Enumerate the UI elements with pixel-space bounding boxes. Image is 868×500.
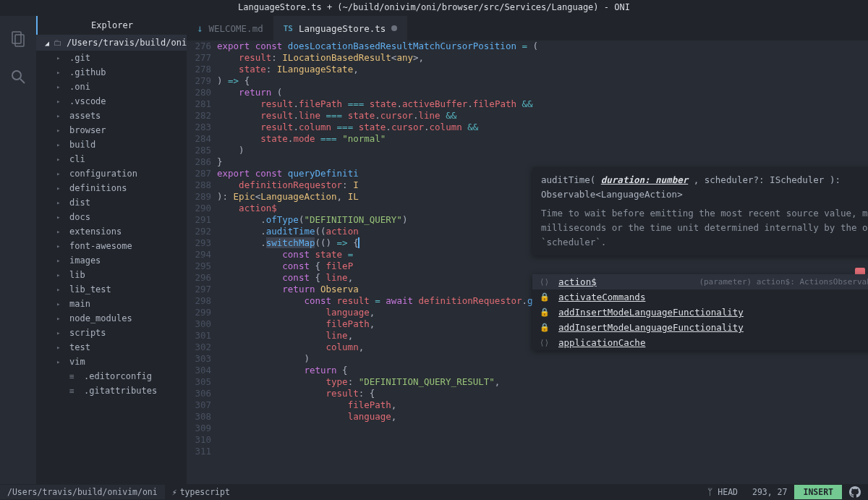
suggest-item[interactable]: 🔒activateCommands <box>532 289 868 305</box>
folder-icon: 🗀 <box>54 38 62 48</box>
chevron-right-icon: ▸ <box>56 315 62 322</box>
tree-item-definitions[interactable]: ▸definitions <box>36 181 187 195</box>
tree-item-vim[interactable]: ▸vim <box>36 355 187 369</box>
chevron-right-icon: ▸ <box>56 199 62 206</box>
status-cwd[interactable]: /Users/travis/build/onivim/oni <box>0 485 165 499</box>
chevron-right-icon: ▸ <box>56 300 62 308</box>
suggest-item[interactable]: ⟨⟩applicationCache <box>532 335 868 350</box>
tree-item-configuration[interactable]: ▸configuration <box>36 166 187 181</box>
suggest-kind-icon: 🔒 <box>540 308 550 317</box>
code-line: language, <box>217 411 868 423</box>
tree-item-lib[interactable]: ▸lib <box>36 268 187 282</box>
suggest-item[interactable]: 🔒addInsertModeLanguageFunctionality <box>532 320 868 335</box>
status-filetype[interactable]: ⚡typescript <box>165 487 237 497</box>
tree-item-label: test <box>69 342 90 352</box>
tree-item-label: assets <box>69 111 101 121</box>
chevron-right-icon: ▸ <box>56 358 62 365</box>
tree-item--git[interactable]: ▸.git <box>36 51 187 65</box>
tree-item-font-awesome[interactable]: ▸font-awesome <box>36 239 187 253</box>
chevron-right-icon: ▸ <box>56 344 62 351</box>
suggest-kind-icon: ⟨⟩ <box>540 338 550 347</box>
chevron-right-icon: ▸ <box>56 185 62 192</box>
suggest-kind-icon: 🔒 <box>540 323 550 332</box>
tree-item--gitattributes[interactable]: ▸≡.gitattributes <box>36 384 187 398</box>
text-cursor <box>358 237 359 248</box>
tree-item-scripts[interactable]: ▸scripts <box>36 326 187 340</box>
tree-item-label: scripts <box>69 328 106 338</box>
tree-item--github[interactable]: ▸.github <box>36 65 187 80</box>
svg-line-3 <box>20 79 25 83</box>
suggest-detail: (parameter) action$: ActionsObservable<L… <box>699 277 868 287</box>
tree-item-label: extensions <box>69 226 122 237</box>
typescript-icon: TS <box>284 24 293 33</box>
github-icon[interactable] <box>842 486 868 498</box>
tree-item--oni[interactable]: ▸.oni <box>36 80 187 94</box>
tree-item-label: browser <box>69 125 106 135</box>
tree-item-label: definitions <box>69 183 127 193</box>
code-line: result: { <box>217 388 868 399</box>
suggest-item[interactable]: 🔒addInsertModeLanguageFunctionality <box>532 305 868 320</box>
search-icon[interactable] <box>9 68 27 85</box>
file-icon: ≡ <box>69 386 80 396</box>
tab-LanguageStore-ts[interactable]: TSLanguageStore.ts <box>273 16 408 41</box>
chevron-down-icon: ◢ <box>45 39 49 47</box>
suggest-kind-icon: ⟨⟩ <box>540 277 550 287</box>
status-branch[interactable]: ᛘ HEAD <box>700 487 745 497</box>
chevron-right-icon: ▸ <box>56 228 62 235</box>
code-line: export const doesLocationBasedResultMatc… <box>217 41 868 52</box>
suggest-label: addInsertModeLanguageFunctionality <box>558 307 744 318</box>
editor-tabs: ↓WELCOME.mdTSLanguageStore.ts <box>187 16 868 41</box>
suggest-label: addInsertModeLanguageFunctionality <box>558 322 744 333</box>
code-line: return { <box>217 365 868 376</box>
chevron-right-icon: ▸ <box>56 156 62 163</box>
tree-item-label: .oni <box>69 82 90 92</box>
tab-WELCOME-md[interactable]: ↓WELCOME.md <box>187 16 273 41</box>
chevron-right-icon: ▸ <box>56 112 62 119</box>
tree-root[interactable]: ◢ 🗀 /Users/travis/build/onivi... <box>36 35 187 51</box>
svg-point-2 <box>12 71 21 80</box>
suggest-widget[interactable]: ⟨⟩action$(parameter) action$: ActionsObs… <box>532 274 868 350</box>
code-line: state.mode === "normal" <box>217 133 868 145</box>
tree-item-docs[interactable]: ▸docs <box>36 210 187 224</box>
tree-item-label: .editorconfig <box>84 371 152 381</box>
tree-item-node_modules[interactable]: ▸node_modules <box>36 311 187 326</box>
suggest-item[interactable]: ⟨⟩action$(parameter) action$: ActionsObs… <box>532 274 868 289</box>
tree-item-cli[interactable]: ▸cli <box>36 152 187 166</box>
tree-item-test[interactable]: ▸test <box>36 340 187 355</box>
bolt-icon: ⚡ <box>172 487 177 497</box>
status-position[interactable]: 293, 27 <box>745 487 794 497</box>
tree-item-label: images <box>69 255 101 266</box>
code-line: ) <box>217 353 868 365</box>
tree-item-label: .gitattributes <box>84 386 157 396</box>
explorer-title: Explorer <box>36 16 187 35</box>
chevron-right-icon: ▸ <box>56 242 62 250</box>
tree-item-dist[interactable]: ▸dist <box>36 195 187 210</box>
tree-item-extensions[interactable]: ▸extensions <box>36 224 187 239</box>
branch-icon: ᛘ <box>707 487 718 497</box>
chevron-right-icon: ▸ <box>56 286 62 293</box>
tree-item-label: build <box>69 140 95 150</box>
tree-item-label: dist <box>69 198 90 208</box>
files-icon[interactable] <box>9 30 27 48</box>
code-line: } <box>217 156 868 168</box>
chevron-right-icon: ▸ <box>56 271 62 279</box>
tree-item-assets[interactable]: ▸assets <box>36 109 187 123</box>
tree-item-lib_test[interactable]: ▸lib_test <box>36 282 187 297</box>
dirty-indicator <box>391 25 397 31</box>
tree-item-images[interactable]: ▸images <box>36 253 187 268</box>
code-line: result.column === state.cursor.column && <box>217 122 868 133</box>
tree-item-label: node_modules <box>69 313 132 323</box>
window-title: LanguageStore.ts + (~/build/onivim/oni/b… <box>0 0 868 16</box>
tree-item--vscode[interactable]: ▸.vscode <box>36 94 187 109</box>
tree-item-label: lib <box>69 270 85 280</box>
tree-item-build[interactable]: ▸build <box>36 137 187 152</box>
tree-item--editorconfig[interactable]: ▸≡.editorconfig <box>36 369 187 384</box>
tree-item-main[interactable]: ▸main <box>36 297 187 311</box>
chevron-right-icon: ▸ <box>56 127 62 134</box>
editor-content[interactable]: export const doesLocationBasedResultMatc… <box>217 41 868 484</box>
tree-item-browser[interactable]: ▸browser <box>36 123 187 137</box>
code-line: return ( <box>217 87 868 98</box>
suggest-label: action$ <box>558 276 597 287</box>
tree-item-label: docs <box>69 212 90 222</box>
tree-item-label: vim <box>69 357 85 367</box>
